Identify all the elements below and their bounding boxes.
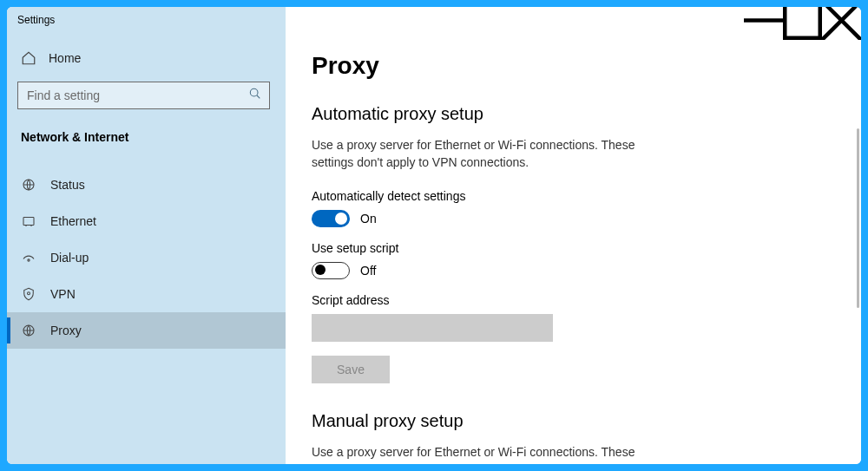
sidebar-item-ethernet[interactable]: Ethernet bbox=[7, 203, 286, 239]
page-title: Proxy bbox=[312, 52, 861, 80]
main-panel: Proxy Automatic proxy setup Use a proxy … bbox=[286, 33, 861, 464]
titlebar: Settings bbox=[7, 7, 286, 33]
manual-proxy-heading: Manual proxy setup bbox=[312, 411, 861, 431]
ethernet-icon bbox=[21, 213, 36, 229]
sidebar-item-label: Dial-up bbox=[50, 251, 89, 265]
home-nav[interactable]: Home bbox=[7, 42, 286, 75]
sidebar: Settings Home Network & Internet bbox=[7, 7, 286, 464]
sidebar-item-dialup[interactable]: Dial-up bbox=[7, 239, 286, 276]
sidebar-nav: Status Ethernet Dial-up bbox=[7, 167, 286, 349]
minimize-button[interactable] bbox=[744, 7, 783, 33]
manual-proxy-desc: Use a proxy server for Ethernet or Wi-Fi… bbox=[312, 443, 667, 464]
home-icon bbox=[21, 50, 36, 66]
scrollbar[interactable] bbox=[857, 128, 859, 308]
dialup-icon bbox=[21, 250, 36, 265]
content-area: Proxy Automatic proxy setup Use a proxy … bbox=[286, 7, 861, 464]
svg-point-0 bbox=[250, 88, 258, 96]
auto-detect-state: On bbox=[360, 212, 377, 226]
save-button: Save bbox=[312, 356, 390, 383]
globe-status-icon bbox=[21, 177, 36, 193]
window-title: Settings bbox=[17, 14, 55, 26]
titlebar-right bbox=[286, 7, 861, 33]
script-address-input bbox=[312, 314, 553, 342]
sidebar-item-label: Ethernet bbox=[50, 214, 96, 228]
search-input-wrap[interactable] bbox=[17, 82, 270, 109]
sidebar-item-vpn[interactable]: VPN bbox=[7, 276, 286, 312]
globe-icon bbox=[21, 323, 36, 338]
svg-point-3 bbox=[28, 259, 30, 261]
sidebar-item-proxy[interactable]: Proxy bbox=[7, 312, 286, 349]
home-label: Home bbox=[49, 51, 81, 65]
sidebar-item-label: VPN bbox=[50, 287, 76, 301]
maximize-button[interactable] bbox=[783, 7, 822, 33]
script-address-label: Script address bbox=[312, 293, 861, 307]
sidebar-item-label: Status bbox=[50, 178, 85, 192]
svg-point-4 bbox=[28, 292, 30, 295]
sidebar-item-label: Proxy bbox=[50, 324, 82, 337]
sidebar-section-title: Network & Internet bbox=[7, 121, 286, 151]
sidebar-item-status[interactable]: Status bbox=[7, 167, 286, 203]
svg-rect-2 bbox=[23, 218, 34, 226]
auto-detect-toggle[interactable] bbox=[312, 210, 350, 227]
auto-detect-label: Automatically detect settings bbox=[312, 189, 861, 203]
use-script-state: Off bbox=[360, 264, 376, 278]
use-script-label: Use setup script bbox=[312, 241, 861, 255]
search-input[interactable] bbox=[27, 88, 235, 102]
settings-window: Settings Home Network & Internet bbox=[7, 7, 861, 464]
use-script-toggle[interactable] bbox=[312, 262, 350, 279]
close-button[interactable] bbox=[822, 7, 861, 33]
auto-proxy-desc: Use a proxy server for Ethernet or Wi-Fi… bbox=[312, 136, 667, 172]
search-icon bbox=[248, 87, 262, 104]
vpn-shield-icon bbox=[21, 286, 36, 302]
auto-proxy-heading: Automatic proxy setup bbox=[312, 104, 861, 124]
